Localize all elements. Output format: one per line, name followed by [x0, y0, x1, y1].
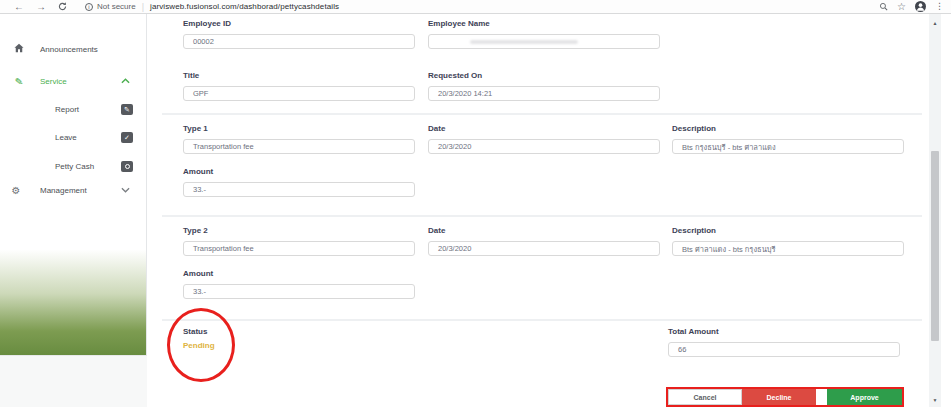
scroll-down-icon[interactable]: ▼ — [929, 397, 941, 403]
site-security-chip[interactable]: i Not secure — [85, 2, 136, 11]
app-area: Announcements ✎ Service Report ✎ Leave ✓… — [0, 14, 951, 407]
field-type2-date: Date 20/3/2020 — [428, 226, 660, 256]
employee-id-input[interactable]: 00002 — [183, 34, 415, 49]
sidebar-item-label: Report — [55, 105, 79, 114]
employee-id-value: 00002 — [193, 37, 214, 46]
approve-button[interactable]: Approve — [827, 389, 902, 405]
requested-on-label: Requested On — [428, 71, 660, 80]
type1-date-label: Date — [428, 124, 660, 133]
field-type2-amount: Amount 33.- — [183, 269, 415, 299]
type1-description-input[interactable]: Bts กรุงธนบุรี - bts ศาลาแดง — [672, 139, 904, 154]
sidebar-item-report[interactable]: Report ✎ — [0, 101, 147, 117]
field-title: Title GPF — [183, 71, 415, 101]
search-icon[interactable] — [879, 2, 888, 11]
forward-icon[interactable]: → — [36, 2, 46, 12]
not-secure-label: Not secure — [97, 2, 136, 11]
sidebar-item-label: Management — [40, 186, 87, 195]
sidebar-item-label: Service — [40, 77, 67, 86]
section-divider — [162, 113, 922, 115]
back-icon[interactable]: ← — [14, 2, 24, 12]
decline-button[interactable]: Decline — [742, 389, 816, 405]
profile-avatar[interactable] — [915, 1, 926, 12]
total-amount-label: Total Amount — [668, 327, 900, 336]
type2-amount-label: Amount — [183, 269, 415, 278]
scroll-up-icon[interactable]: ▲ — [929, 20, 941, 26]
browser-menu-icon[interactable]: ⋮ — [935, 2, 944, 11]
field-requested-on: Requested On 20/3/2020 14:21 — [428, 71, 660, 101]
total-amount-value: 66 — [678, 345, 686, 354]
page-scrollbar[interactable]: ▲ ▼ — [929, 14, 941, 407]
sidebar-item-label: Leave — [55, 133, 77, 142]
field-type1-amount: Amount 33.- — [183, 167, 415, 197]
type1-label: Type 1 — [183, 124, 415, 133]
sidebar-item-leave[interactable]: Leave ✓ — [0, 129, 147, 145]
employee-name-label: Employee Name — [428, 19, 660, 28]
browser-toolbar: ← → i Not secure | jarvisweb.fusionsol.c… — [0, 0, 951, 14]
type2-input[interactable]: Transportation fee — [183, 241, 415, 256]
sidebar-item-announcements[interactable]: Announcements — [0, 41, 147, 57]
type1-date-value: 20/3/2020 — [438, 142, 471, 151]
sidebar: Announcements ✎ Service Report ✎ Leave ✓… — [0, 14, 147, 355]
type2-amount-value: 33.- — [193, 287, 206, 296]
type2-date-input[interactable]: 20/3/2020 — [428, 241, 660, 256]
type2-date-label: Date — [428, 226, 660, 235]
type2-value: Transportation fee — [193, 244, 254, 253]
type1-value: Transportation fee — [193, 142, 254, 151]
scrollbar-thumb[interactable] — [931, 151, 939, 341]
chevron-up-icon — [121, 78, 130, 84]
field-type2-description: Description Bts ศาลาแดง - bts กรุงธนบุรี — [672, 226, 904, 256]
requested-on-value: 20/3/2020 14:21 — [438, 89, 492, 98]
title-label: Title — [183, 71, 415, 80]
sidebar-footer-area — [0, 355, 147, 407]
type1-description-value: Bts กรุงธนบุรี - bts ศาลาแดง — [682, 141, 776, 153]
title-value: GPF — [193, 89, 208, 98]
info-icon: i — [85, 3, 93, 11]
type2-date-value: 20/3/2020 — [438, 244, 471, 253]
section-divider — [162, 215, 922, 217]
type2-description-label: Description — [672, 226, 904, 235]
petty-cash-icon — [121, 161, 133, 172]
field-type1-date: Date 20/3/2020 — [428, 124, 660, 154]
field-type1: Type 1 Transportation fee — [183, 124, 415, 154]
requested-on-input[interactable]: 20/3/2020 14:21 — [428, 86, 660, 101]
report-icon: ✎ — [121, 104, 133, 115]
type1-description-label: Description — [672, 124, 904, 133]
type1-amount-input[interactable]: 33.- — [183, 182, 415, 197]
field-employee-id: Employee ID 00002 — [183, 19, 415, 49]
home-icon — [12, 42, 26, 56]
redacted-text — [470, 40, 578, 44]
chevron-down-icon — [121, 187, 130, 193]
type1-amount-value: 33.- — [193, 185, 206, 194]
sidebar-item-label: Petty Cash — [55, 162, 94, 171]
field-total-amount: Total Amount 66 — [668, 327, 900, 357]
sidebar-item-label: Announcements — [40, 45, 98, 54]
type2-amount-input[interactable]: 33.- — [183, 284, 415, 299]
sidebar-item-management[interactable]: ⚙ Management — [0, 182, 147, 198]
type1-date-input[interactable]: 20/3/2020 — [428, 139, 660, 154]
petty-cash-details-form: Employee ID 00002 Employee Name Title GP… — [147, 14, 929, 407]
browser-window: ← → i Not secure | jarvisweb.fusionsol.c… — [0, 0, 951, 407]
gear-icon: ⚙ — [9, 185, 23, 196]
type2-description-value: Bts ศาลาแดง - bts กรุงธนบุรี — [682, 243, 776, 255]
refresh-icon[interactable] — [58, 2, 67, 11]
type2-description-input[interactable]: Bts ศาลาแดง - bts กรุงธนบุรี — [672, 241, 904, 256]
employee-id-label: Employee ID — [183, 19, 415, 28]
cancel-button[interactable]: Cancel — [668, 389, 742, 405]
leave-check-icon: ✓ — [121, 132, 133, 143]
bookmark-star-icon[interactable]: ☆ — [897, 2, 906, 12]
status-highlight-circle — [167, 308, 235, 382]
title-input[interactable]: GPF — [183, 86, 415, 101]
pencil-icon: ✎ — [11, 75, 26, 87]
address-bar[interactable]: jarvisweb.fusionsol.com/dashborad/pettyc… — [150, 2, 339, 11]
section-divider — [162, 319, 922, 321]
type1-input[interactable]: Transportation fee — [183, 139, 415, 154]
field-employee-name: Employee Name — [428, 19, 660, 49]
sidebar-item-petty-cash[interactable]: Petty Cash — [0, 158, 147, 174]
type1-amount-label: Amount — [183, 167, 415, 176]
employee-name-input[interactable] — [428, 34, 660, 49]
sidebar-item-service[interactable]: ✎ Service — [0, 73, 147, 89]
field-type2: Type 2 Transportation fee — [183, 226, 415, 256]
total-amount-input[interactable]: 66 — [668, 342, 900, 357]
address-separator: | — [142, 2, 144, 12]
type2-label: Type 2 — [183, 226, 415, 235]
